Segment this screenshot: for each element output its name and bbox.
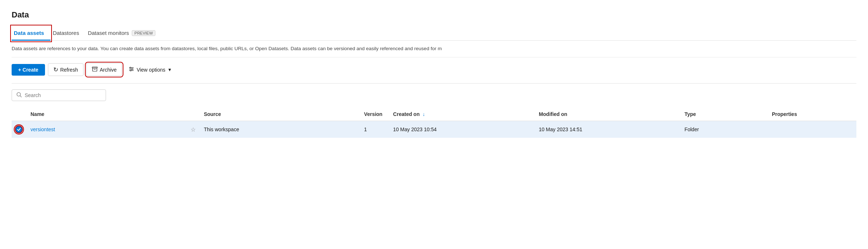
view-options-button[interactable]: View options ▼ xyxy=(125,64,175,76)
search-icon xyxy=(16,92,22,99)
col-header-star xyxy=(188,108,201,121)
archive-button-label: Archive xyxy=(100,67,117,73)
preview-badge: PREVIEW xyxy=(132,30,155,36)
search-box[interactable] xyxy=(12,89,106,101)
divider xyxy=(12,83,856,84)
row-name-cell: versiontest xyxy=(28,121,188,138)
toolbar: + Create ↻ Refresh Archive xyxy=(12,63,856,76)
col-header-type[interactable]: Type xyxy=(681,108,769,121)
col-header-version[interactable]: Version xyxy=(361,108,390,121)
search-input[interactable] xyxy=(25,92,101,98)
refresh-button-label: Refresh xyxy=(60,67,78,73)
archive-icon xyxy=(92,66,98,73)
table-row: versiontest ☆ This workspace 1 10 May 20… xyxy=(12,121,856,138)
svg-point-8 xyxy=(130,70,131,71)
row-type-cell: Folder xyxy=(681,121,769,138)
svg-line-10 xyxy=(20,96,22,97)
col-header-modified-on[interactable]: Modified on xyxy=(536,108,681,121)
checked-icon[interactable] xyxy=(15,125,23,133)
row-modified-on-cell: 10 May 2023 14:51 xyxy=(536,121,681,138)
svg-rect-1 xyxy=(93,68,97,71)
data-table: Name Source Version Created on ↓ Modifie… xyxy=(12,108,856,138)
refresh-icon: ↻ xyxy=(53,66,58,73)
refresh-button[interactable]: ↻ Refresh xyxy=(48,63,83,76)
svg-point-6 xyxy=(130,67,131,68)
tab-dataset-monitors[interactable]: Dataset monitors PREVIEW xyxy=(86,26,162,41)
archive-button[interactable]: Archive xyxy=(86,63,122,76)
tab-datastores[interactable]: Datastores xyxy=(50,26,86,41)
svg-point-7 xyxy=(132,69,133,70)
create-button[interactable]: + Create xyxy=(12,64,45,76)
row-source-cell: This workspace xyxy=(201,121,361,138)
description-text: Data assets are references to your data.… xyxy=(12,41,856,57)
main-container: Data Data assets Datastores Dataset moni… xyxy=(0,0,868,249)
sliders-icon xyxy=(129,66,134,73)
view-options-label: View options xyxy=(136,67,165,73)
row-star-cell[interactable]: ☆ xyxy=(188,121,201,138)
tab-bar: Data assets Datastores Dataset monitors … xyxy=(12,26,856,41)
col-header-properties[interactable]: Properties xyxy=(769,108,856,121)
row-name-link[interactable]: versiontest xyxy=(30,126,55,132)
sort-arrow-icon: ↓ xyxy=(423,111,425,117)
row-checkbox-cell[interactable] xyxy=(12,121,28,138)
page-title: Data xyxy=(12,10,856,20)
create-button-label: + Create xyxy=(18,67,38,73)
col-header-checkbox xyxy=(12,108,28,121)
chevron-down-icon: ▼ xyxy=(168,67,172,72)
table-header-row: Name Source Version Created on ↓ Modifie… xyxy=(12,108,856,121)
col-header-created-on[interactable]: Created on ↓ xyxy=(390,108,536,121)
row-version-cell: 1 xyxy=(361,121,390,138)
star-icon[interactable]: ☆ xyxy=(191,126,196,133)
row-properties-cell xyxy=(769,121,856,138)
col-header-name[interactable]: Name xyxy=(28,108,188,121)
tab-data-assets[interactable]: Data assets xyxy=(12,26,50,41)
col-header-source[interactable]: Source xyxy=(201,108,361,121)
row-created-on-cell: 10 May 2023 10:54 xyxy=(390,121,536,138)
